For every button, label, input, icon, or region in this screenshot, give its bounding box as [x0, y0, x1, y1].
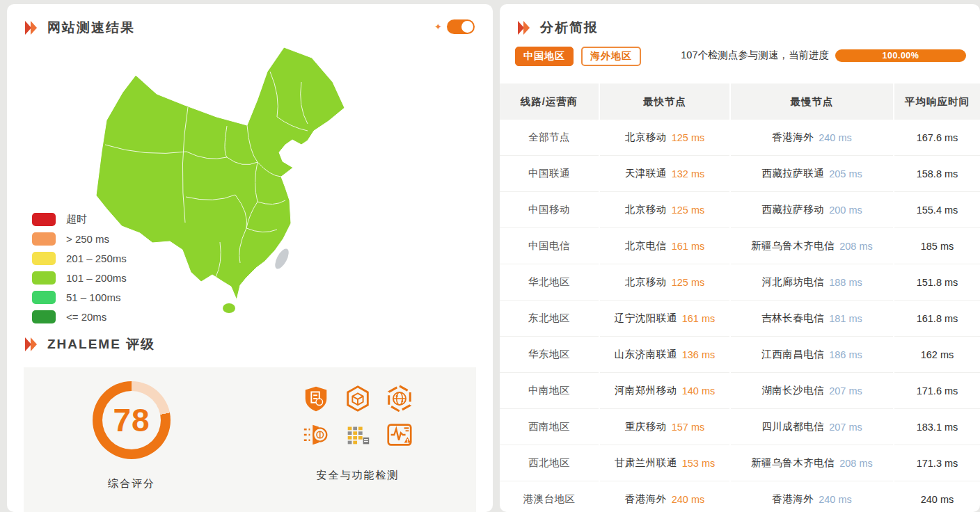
speed-audit-icon [300, 419, 332, 451]
legend-swatch [32, 310, 56, 323]
legend-item: <= 20ms [32, 310, 127, 323]
report-table-body: 全部节点 北京移动 125 ms 香港海外 240 ms 167.6 ms 中国… [500, 120, 980, 512]
slow-node-name: 西藏拉萨移动 [761, 203, 824, 216]
avg-cell: 155.4 ms [894, 192, 980, 228]
fast-node-ms: 125 ms [672, 205, 705, 216]
report-table-header: 线路/运营商 最快节点 最慢节点 平均响应时间 [500, 83, 980, 120]
slow-node-cell: 香港海外 240 ms [731, 120, 893, 156]
table-row: 中国电信 北京电信 161 ms 新疆乌鲁木齐电信 208 ms 185 ms [500, 228, 980, 264]
table-row: 东北地区 辽宁沈阳联通 161 ms 吉林长春电信 181 ms 161.8 m… [500, 301, 980, 337]
legend-swatch [32, 232, 56, 246]
security-icons-column: 安全与功能检测 [239, 367, 476, 512]
data-grid-icon [342, 419, 374, 451]
score-gauge: 78 [93, 381, 171, 459]
security-icon-grid [300, 383, 416, 451]
toggle-knob [461, 21, 473, 33]
slow-node-cell: 湖南长沙电信 207 ms [731, 373, 893, 409]
fast-node-ms: 153 ms [682, 458, 716, 469]
fast-node-ms: 161 ms [682, 313, 716, 324]
avg-cell: 158.8 ms [894, 156, 980, 192]
fast-node-cell: 北京移动 125 ms [600, 192, 729, 228]
progress-wrap: 107个检测点参与测速，当前进度 100.00% [681, 49, 966, 62]
avg-cell: 171.3 ms [894, 445, 980, 481]
line-cell: 华北地区 [500, 264, 599, 301]
speed-test-header: 网站测速结果 [25, 19, 135, 37]
fast-node-cell: 天津联通 132 ms [600, 156, 729, 192]
slow-node-ms: 188 ms [829, 277, 862, 288]
line-cell: 中南地区 [500, 373, 599, 409]
legend-label: <= 20ms [66, 311, 106, 323]
fast-node-cell: 北京移动 125 ms [600, 264, 729, 301]
slow-node-name: 西藏拉萨联通 [761, 167, 824, 180]
fast-node-name: 辽宁沈阳联通 [615, 312, 677, 325]
slow-node-name: 吉林长春电信 [761, 312, 824, 325]
slow-node-ms: 181 ms [829, 313, 862, 324]
legend-item: 101 – 200ms [32, 271, 127, 285]
score-column: 78 综合评分 [24, 367, 239, 512]
latency-legend: 超时 > 250 ms 201 – 250ms 101 – 200ms 51 –… [32, 212, 127, 329]
score-value: 78 [93, 381, 171, 459]
fast-node-ms: 140 ms [682, 385, 716, 397]
avg-cell: 167.6 ms [894, 120, 980, 156]
slow-node-ms: 240 ms [819, 494, 852, 505]
slow-node-name: 四川成都电信 [761, 420, 824, 433]
tab-china-region[interactable]: 中国地区 [515, 47, 574, 66]
slow-node-ms: 207 ms [829, 422, 862, 433]
fast-node-name: 天津联通 [625, 167, 667, 180]
table-row: 中南地区 河南郑州移动 140 ms 湖南长沙电信 207 ms 171.6 m… [500, 373, 980, 409]
table-row: 西南地区 重庆移动 157 ms 四川成都电信 207 ms 183.1 ms [500, 409, 980, 445]
slow-node-ms: 207 ms [829, 385, 862, 397]
monitor-alert-icon [384, 419, 416, 451]
line-cell: 华东地区 [500, 337, 599, 373]
legend-swatch [32, 271, 56, 285]
line-cell: 西北地区 [500, 445, 599, 481]
line-cell: 中国电信 [500, 228, 599, 264]
legend-label: > 250 ms [66, 233, 109, 245]
rating-card: 78 综合评分 [24, 367, 476, 512]
fast-node-ms: 132 ms [672, 168, 705, 179]
page: 网站测速结果 ✦ [0, 0, 980, 512]
slow-node-cell: 河北廊坊电信 188 ms [731, 264, 893, 301]
table-row: 中国移动 北京移动 125 ms 西藏拉萨移动 200 ms 155.4 ms [500, 192, 980, 228]
slow-node-ms: 205 ms [829, 168, 862, 179]
report-table: 线路/运营商 最快节点 最慢节点 平均响应时间 全部节点 北京移动 125 ms… [500, 83, 980, 512]
col-header-slowest: 最慢节点 [731, 83, 893, 120]
hexagon-globe-icon [384, 383, 416, 415]
legend-item: 51 – 100ms [32, 290, 127, 304]
table-row: 华东地区 山东济南联通 136 ms 江西南昌电信 186 ms 162 ms [500, 337, 980, 373]
slow-node-cell: 香港海外 240 ms [731, 481, 893, 512]
avg-cell: 240 ms [894, 481, 980, 512]
map-toggle-wrap: ✦ [434, 19, 475, 34]
fast-node-name: 重庆移动 [625, 420, 667, 433]
table-row: 西北地区 甘肃兰州联通 153 ms 新疆乌鲁木齐电信 208 ms 171.3… [500, 445, 980, 481]
double-chevron-icon [25, 21, 38, 35]
shield-document-icon [300, 383, 332, 415]
slow-node-ms: 208 ms [839, 241, 873, 252]
fast-node-name: 北京移动 [625, 275, 667, 289]
line-cell: 中国移动 [500, 192, 599, 228]
fast-node-ms: 240 ms [672, 494, 705, 505]
tab-overseas-region[interactable]: 海外地区 [581, 47, 641, 66]
table-row: 全部节点 北京移动 125 ms 香港海外 240 ms 167.6 ms [500, 120, 980, 156]
fast-node-name: 河南郑州移动 [615, 384, 677, 397]
avg-cell: 171.6 ms [894, 373, 980, 409]
progress-text: 107个检测点参与测速，当前进度 [681, 49, 829, 62]
slow-node-cell: 吉林长春电信 181 ms [731, 301, 893, 337]
double-chevron-icon [25, 337, 38, 351]
slow-node-ms: 186 ms [829, 349, 862, 360]
fast-node-name: 北京移动 [625, 131, 667, 144]
region-tabs: 中国地区 海外地区 [515, 47, 641, 66]
fast-node-ms: 125 ms [672, 277, 705, 288]
avg-cell: 161.8 ms [894, 301, 980, 337]
col-header-fastest: 最快节点 [600, 83, 729, 120]
legend-swatch [32, 252, 56, 265]
map-toggle-switch[interactable] [447, 19, 475, 34]
table-row: 中国联通 天津联通 132 ms 西藏拉萨联通 205 ms 158.8 ms [500, 156, 980, 192]
fast-node-cell: 甘肃兰州联通 153 ms [600, 445, 729, 481]
slow-node-name: 湖南长沙电信 [761, 384, 824, 397]
speed-test-panel: 网站测速结果 ✦ [7, 4, 493, 512]
slow-node-cell: 新疆乌鲁木齐电信 208 ms [731, 228, 893, 264]
line-cell: 中国联通 [500, 156, 599, 192]
slow-node-name: 香港海外 [772, 493, 814, 506]
slow-node-cell: 新疆乌鲁木齐电信 208 ms [731, 445, 893, 481]
